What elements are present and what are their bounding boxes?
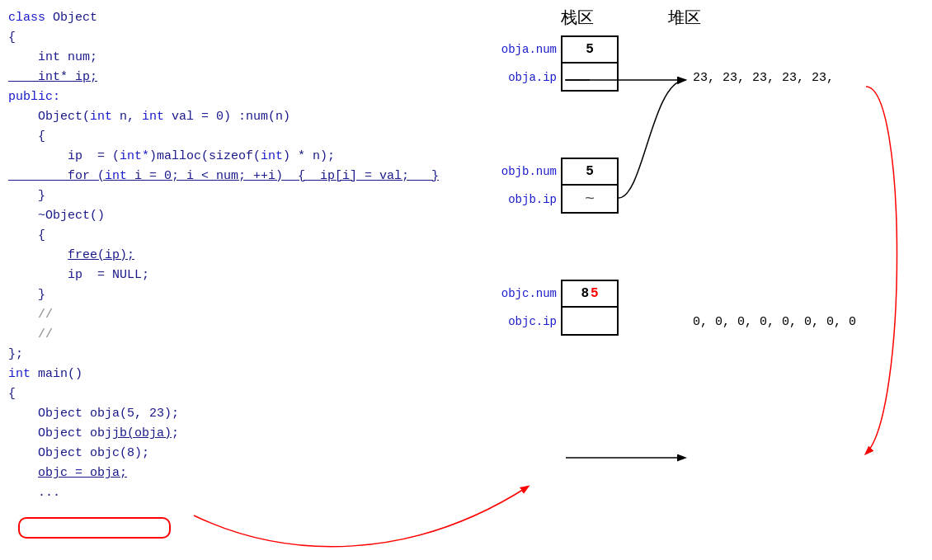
- diagram-section: 栈区 堆区 obja.num 5 obja.ip 23, 23, 23, 23,…: [470, 7, 856, 336]
- code-line-12: {: [8, 226, 437, 246]
- code-line-9: for (int i = 0; i < num; ++i) { ip[i] = …: [8, 167, 437, 186]
- heap-zone-label: 堆区: [668, 7, 701, 29]
- code-line-13: free(ip);: [8, 246, 437, 266]
- code-line-8: ip = (int*)malloc(sizeof(int) * n);: [8, 147, 437, 167]
- objc-num-label: objc.num: [470, 287, 557, 300]
- code-line-10: }: [8, 186, 437, 206]
- objb-num-label: objb.num: [470, 165, 557, 178]
- objc-ip-row: objc.ip 0, 0, 0, 0, 0, 0, 0, 0: [470, 308, 856, 336]
- objc-heap-val: 0, 0, 0, 0, 0, 0, 0, 0: [693, 315, 856, 329]
- objb-ip-label: objb.ip: [470, 193, 557, 206]
- code-line-20: {: [8, 384, 437, 404]
- code-line-18: };: [8, 345, 437, 365]
- code-line-11: ~Object(): [8, 206, 437, 226]
- code-line-24: objc = obja;: [8, 464, 437, 483]
- obja-num-box: 5: [561, 35, 619, 64]
- objb-num-row: objb.num 5: [470, 158, 856, 186]
- code-line-3: int num;: [8, 48, 437, 68]
- code-line-25: ...: [8, 483, 437, 503]
- code-line-15: }: [8, 285, 437, 305]
- code-line-17: //: [8, 325, 437, 345]
- code-line-5: public:: [8, 87, 437, 107]
- obja-num-row: obja.num 5: [470, 35, 856, 64]
- code-block: class Object { int num; int* ip; public:…: [8, 8, 437, 503]
- obja-ip-box: [561, 64, 619, 92]
- objc-num-row: objc.num 8 5: [470, 280, 856, 308]
- objc-ip-box: [561, 308, 619, 336]
- code-line-7: {: [8, 127, 437, 147]
- code-line-4: int* ip;: [8, 68, 437, 87]
- objc-ip-label: objc.ip: [470, 315, 557, 328]
- obja-heap-val: 23, 23, 23, 23, 23,: [693, 71, 834, 85]
- objc-num-box: 8 5: [561, 280, 619, 308]
- obja-num-label: obja.num: [470, 43, 557, 56]
- code-line-22: Object objjb(obja);: [8, 424, 437, 444]
- code-line-1: class Object: [8, 8, 437, 28]
- code-line-23: Object objc(8);: [8, 444, 437, 464]
- code-line-14: ip = NULL;: [8, 266, 437, 285]
- code-line-19: int main(): [8, 365, 437, 384]
- objb-num-box: 5: [561, 158, 619, 186]
- code-line-16: //: [8, 305, 437, 325]
- obja-ip-row: obja.ip 23, 23, 23, 23, 23,: [470, 64, 856, 92]
- objb-block: objb.num 5 objb.ip ~: [470, 158, 856, 214]
- objb-ip-box: ~: [561, 186, 619, 214]
- objb-ip-row: objb.ip ~: [470, 186, 856, 214]
- obja-ip-label: obja.ip: [470, 71, 557, 84]
- code-line-21: Object obja(5, 23);: [8, 404, 437, 424]
- code-line-2: {: [8, 28, 437, 48]
- objc-block: objc.num 8 5 objc.ip 0, 0, 0, 0, 0, 0, 0…: [470, 280, 856, 336]
- stack-zone-label: 栈区: [561, 7, 594, 29]
- zone-labels: 栈区 堆区: [561, 7, 856, 29]
- code-line-6: Object(int n, int val = 0) :num(n): [8, 107, 437, 127]
- highlight-oval: [18, 517, 171, 539]
